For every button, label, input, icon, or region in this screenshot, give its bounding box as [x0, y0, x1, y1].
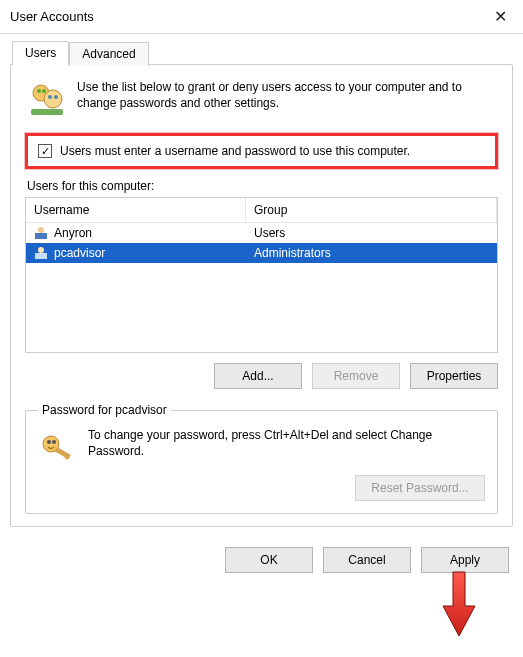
window-title: User Accounts [10, 9, 94, 24]
ok-button[interactable]: OK [225, 547, 313, 573]
svg-point-1 [44, 90, 62, 108]
svg-rect-6 [31, 109, 63, 115]
key-icon [38, 427, 78, 467]
require-login-row: ✓ Users must enter a username and passwo… [25, 133, 498, 169]
require-login-checkbox[interactable]: ✓ [38, 144, 52, 158]
add-button[interactable]: Add... [214, 363, 302, 389]
remove-button[interactable]: Remove [312, 363, 400, 389]
intro-row: Use the list below to grant or deny user… [25, 75, 498, 129]
svg-point-8 [38, 227, 44, 233]
svg-rect-7 [35, 233, 47, 239]
cancel-button[interactable]: Cancel [323, 547, 411, 573]
svg-point-3 [42, 89, 46, 93]
svg-point-13 [52, 440, 56, 444]
user-icon [34, 226, 48, 240]
cell-username: Anyron [54, 226, 92, 240]
title-bar: User Accounts ✕ [0, 0, 523, 34]
svg-point-4 [48, 95, 52, 99]
password-groupbox: Password for pcadvisor To change your pa… [25, 403, 498, 514]
cell-group: Users [254, 226, 285, 240]
tab-users[interactable]: Users [12, 41, 69, 65]
tab-container: Users Advanced Use the list below to gra… [10, 40, 513, 527]
tab-panel-users: Use the list below to grant or deny user… [10, 64, 513, 527]
svg-rect-9 [35, 253, 47, 259]
column-header-group[interactable]: Group [246, 198, 497, 222]
close-icon[interactable]: ✕ [487, 7, 513, 26]
apply-button[interactable]: Apply [421, 547, 509, 573]
users-icon [27, 79, 67, 119]
users-list-label: Users for this computer: [27, 179, 498, 193]
svg-point-10 [38, 247, 44, 253]
cell-group: Administrators [254, 246, 331, 260]
table-row[interactable]: pcadvisor Administrators [26, 243, 497, 263]
svg-point-5 [54, 95, 58, 99]
reset-password-button[interactable]: Reset Password... [355, 475, 485, 501]
require-login-label: Users must enter a username and password… [60, 144, 410, 158]
password-group-legend: Password for pcadvisor [38, 403, 171, 417]
users-listbox[interactable]: Username Group Anyron Users [25, 197, 498, 353]
user-icon [34, 246, 48, 260]
properties-button[interactable]: Properties [410, 363, 498, 389]
password-help-text: To change your password, press Ctrl+Alt+… [88, 427, 485, 459]
svg-point-2 [37, 89, 41, 93]
tab-advanced[interactable]: Advanced [69, 42, 148, 66]
intro-text: Use the list below to grant or deny user… [77, 79, 496, 111]
users-buttons: Add... Remove Properties [25, 363, 498, 389]
dialog-buttons: OK Cancel Apply [0, 537, 523, 583]
column-header-username[interactable]: Username [26, 198, 246, 222]
users-list-header: Username Group [26, 198, 497, 223]
table-row[interactable]: Anyron Users [26, 223, 497, 243]
cell-username: pcadvisor [54, 246, 105, 260]
svg-point-12 [47, 440, 51, 444]
